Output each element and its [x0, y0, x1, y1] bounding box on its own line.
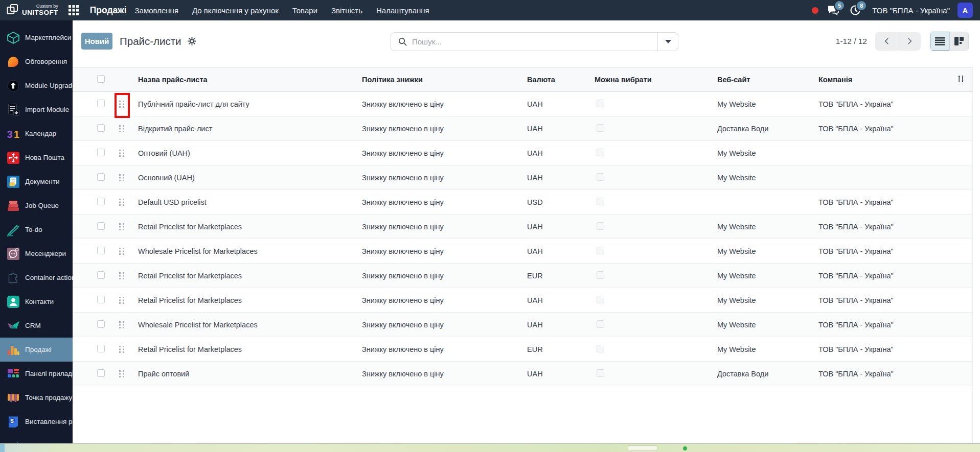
table-row-2[interactable]: Оптовий (UAH)Знижку включено в цінуUAHMy…: [73, 141, 972, 165]
sidebar: МаркетплейсиОбговоренняModule UpgradeImp…: [0, 20, 73, 443]
sidebar-item-5[interactable]: Нова Пошта: [0, 146, 73, 170]
sidebar-item-3[interactable]: Import Module: [0, 98, 73, 122]
selectable-checkbox[interactable]: [597, 320, 604, 328]
sidebar-item-10[interactable]: Container actions: [0, 266, 73, 290]
sidebar-item-13[interactable]: Продажі: [0, 338, 73, 362]
sidebar-item-2[interactable]: Module Upgrade: [0, 74, 73, 98]
pager-previous-button[interactable]: [875, 32, 898, 51]
table-row-1[interactable]: Відкритий прайс-листЗнижку включено в ці…: [73, 116, 972, 141]
row-checkbox[interactable]: [97, 369, 105, 377]
menu-item-4[interactable]: Звітність: [331, 6, 362, 15]
gear-icon[interactable]: [188, 37, 196, 45]
row-checkbox[interactable]: [97, 173, 105, 181]
column-header-policy[interactable]: Політика знижки: [358, 76, 524, 84]
table-row-0[interactable]: Публічний прайс-лист для сайтуЗнижку вкл…: [73, 92, 972, 116]
row-checkbox[interactable]: [97, 345, 105, 352]
selectable-checkbox[interactable]: [597, 271, 604, 279]
table-header-row: Назва прайс-листа Політика знижки Валюта…: [73, 67, 972, 92]
selectable-checkbox[interactable]: [597, 369, 604, 377]
select-all-checkbox[interactable]: [97, 75, 105, 83]
pager-next-button[interactable]: [898, 32, 921, 51]
drag-handle[interactable]: [109, 222, 134, 232]
sidebar-item-4[interactable]: 31Календар: [0, 122, 73, 146]
table-row-5[interactable]: Retail Pricelist for MarketplacesЗнижку …: [73, 215, 972, 239]
table-row-6[interactable]: Wholesale Pricelist for MarketplacesЗниж…: [73, 239, 972, 264]
column-header-currency[interactable]: Валюта: [524, 76, 590, 84]
messages-badge: 5: [835, 1, 844, 10]
drag-handle[interactable]: [109, 148, 134, 158]
scrollbar-gutter[interactable]: [972, 67, 980, 443]
row-checkbox[interactable]: [97, 271, 105, 279]
row-checkbox[interactable]: [97, 296, 105, 303]
selectable-checkbox[interactable]: [597, 247, 604, 254]
table-row-3[interactable]: Основний (UAH)Знижку включено в цінуUAHM…: [73, 165, 972, 190]
drag-handle[interactable]: [109, 124, 134, 134]
current-app-name[interactable]: Продажі: [90, 5, 127, 16]
sidebar-item-6[interactable]: Документи: [0, 170, 73, 194]
selectable-checkbox[interactable]: [597, 198, 604, 205]
sidebar-item-7[interactable]: Job Queue: [0, 194, 73, 218]
apps-grid-icon[interactable]: [63, 0, 84, 20]
drag-handle[interactable]: [109, 344, 134, 354]
selectable-checkbox[interactable]: [597, 173, 604, 181]
drag-handle[interactable]: [109, 246, 134, 256]
sidebar-item-1[interactable]: Обговорення: [0, 50, 73, 74]
menu-item-3[interactable]: Товари: [292, 6, 317, 15]
column-header-company[interactable]: Компанія: [815, 76, 946, 84]
row-checkbox[interactable]: [97, 124, 105, 132]
drag-handle[interactable]: [109, 99, 134, 109]
column-header-website[interactable]: Веб-сайт: [713, 76, 815, 84]
sidebar-item-12[interactable]: CRM: [0, 314, 73, 338]
sidebar-item-8[interactable]: To-do: [0, 218, 73, 242]
search-dropdown-toggle[interactable]: [657, 33, 678, 51]
sidebar-item-17[interactable]: Проект: [0, 434, 73, 443]
sidebar-item-9[interactable]: Месенджери: [0, 242, 73, 266]
sidebar-item-15[interactable]: Точка продажу: [0, 386, 73, 410]
selectable-checkbox[interactable]: [597, 100, 604, 107]
row-checkbox[interactable]: [97, 247, 105, 254]
sidebar-item-0[interactable]: Маркетплейси: [0, 26, 73, 50]
messages-icon[interactable]: 5: [826, 3, 840, 17]
drag-handle[interactable]: [109, 173, 134, 183]
user-avatar[interactable]: A: [958, 3, 973, 18]
row-checkbox[interactable]: [97, 320, 105, 328]
selectable-checkbox[interactable]: [597, 149, 604, 156]
sidebar-item-16[interactable]: $Виставлення ра...: [0, 410, 73, 434]
menu-item-2[interactable]: До включення у рахунок: [192, 6, 279, 15]
menu-item-5[interactable]: Налаштування: [376, 6, 429, 15]
list-view-button[interactable]: [930, 32, 949, 51]
row-checkbox[interactable]: [97, 198, 105, 205]
drag-handle[interactable]: [109, 320, 134, 330]
sidebar-item-14[interactable]: Панелі приладів: [0, 362, 73, 386]
row-checkbox[interactable]: [97, 222, 105, 230]
table-row-9[interactable]: Wholesale Pricelist for MarketplacesЗниж…: [73, 313, 972, 337]
table-row-11[interactable]: Прайс оптовийЗнижку включено в цінуUAHДо…: [73, 362, 972, 386]
drag-handle[interactable]: [109, 369, 134, 379]
company-switcher[interactable]: ТОВ "БПЛА - Україна": [872, 6, 950, 15]
column-header-selectable[interactable]: Можна вибрати: [590, 76, 713, 84]
search-input[interactable]: [412, 33, 657, 51]
unitsoft-logo[interactable]: Custom by UNITSOFT: [0, 3, 63, 18]
optional-columns-icon[interactable]: [956, 75, 965, 85]
new-button[interactable]: Новий: [81, 33, 112, 50]
column-header-name[interactable]: Назва прайс-листа: [134, 76, 358, 84]
activities-clock-icon[interactable]: 8: [848, 3, 862, 17]
cell-website: My Website: [713, 345, 815, 353]
row-checkbox[interactable]: [97, 100, 105, 107]
selectable-checkbox[interactable]: [597, 345, 604, 352]
selectable-checkbox[interactable]: [597, 222, 604, 230]
table-row-8[interactable]: Retail Pricelist for MarketplacesЗнижку …: [73, 288, 972, 313]
drag-handle[interactable]: [109, 197, 134, 207]
table-row-10[interactable]: Retail Pricelist for MarketplacesЗнижку …: [73, 337, 972, 362]
selectable-checkbox[interactable]: [597, 296, 604, 303]
table-row-4[interactable]: Default USD pricelistЗнижку включено в ц…: [73, 190, 972, 215]
contacts-icon: [7, 295, 20, 308]
kanban-view-button[interactable]: [949, 32, 969, 51]
menu-item-1[interactable]: Замовлення: [135, 6, 178, 15]
table-row-7[interactable]: Retail Pricelist for MarketplacesЗнижку …: [73, 264, 972, 288]
row-checkbox[interactable]: [97, 149, 105, 156]
selectable-checkbox[interactable]: [597, 124, 604, 132]
drag-handle[interactable]: [109, 295, 134, 305]
drag-handle[interactable]: [109, 271, 134, 281]
sidebar-item-11[interactable]: Контакти: [0, 290, 73, 314]
